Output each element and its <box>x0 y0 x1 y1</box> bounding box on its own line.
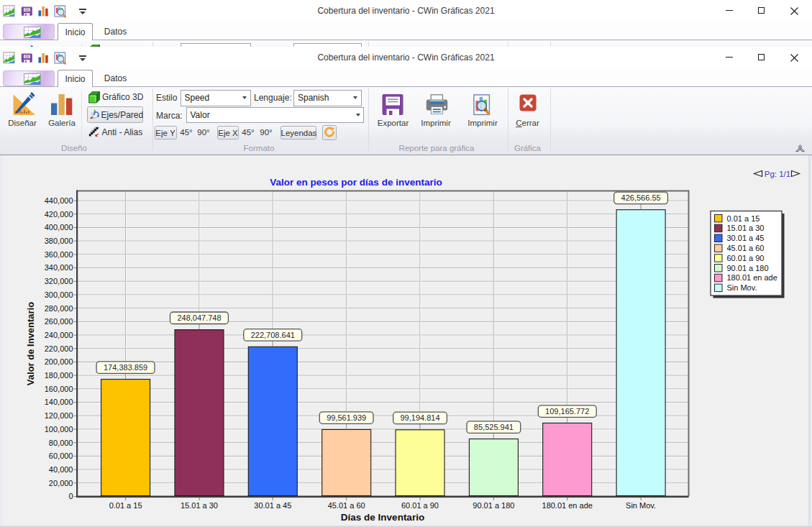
svg-text:20,000: 20,000 <box>49 479 73 487</box>
svg-text:0.01 a 15: 0.01 a 15 <box>109 501 142 510</box>
svg-text:100,000: 100,000 <box>45 425 73 434</box>
svg-text:380,000: 380,000 <box>45 237 73 245</box>
svg-text:280,000: 280,000 <box>45 304 73 313</box>
svg-text:0.01 a 15: 0.01 a 15 <box>727 214 760 223</box>
svg-text:248,047.748: 248,047.748 <box>177 313 221 322</box>
svg-text:15.01 a 30: 15.01 a 30 <box>727 224 765 232</box>
svg-text:Sin Mov.: Sin Mov. <box>626 501 656 510</box>
svg-text:30.01 a 45: 30.01 a 45 <box>254 501 291 510</box>
svg-text:45.01 a 60: 45.01 a 60 <box>328 501 365 510</box>
svg-text:90.01 a 180: 90.01 a 180 <box>727 264 769 272</box>
svg-text:85,525.941: 85,525.941 <box>474 423 514 431</box>
svg-text:180,000: 180,000 <box>45 371 73 380</box>
svg-text:45.01 a 60: 45.01 a 60 <box>727 244 765 252</box>
svg-text:30.01 a 45: 30.01 a 45 <box>727 234 765 242</box>
svg-text:426,566.55: 426,566.55 <box>621 193 661 202</box>
svg-text:260,000: 260,000 <box>45 317 73 326</box>
svg-text:400,000: 400,000 <box>45 223 73 232</box>
svg-text:99,194.814: 99,194.814 <box>400 413 439 422</box>
svg-text:120,000: 120,000 <box>45 411 73 420</box>
svg-text:60,000: 60,000 <box>49 452 73 460</box>
svg-text:80,000: 80,000 <box>49 439 73 447</box>
svg-text:320,000: 320,000 <box>45 277 73 285</box>
svg-text:180.01 en ade: 180.01 en ade <box>542 501 593 510</box>
svg-text:Días de Inventario: Días de Inventario <box>341 512 424 523</box>
svg-text:40,000: 40,000 <box>49 465 73 474</box>
svg-text:60.01 a 90: 60.01 a 90 <box>727 254 765 262</box>
svg-text:222,708.641: 222,708.641 <box>251 331 295 339</box>
svg-text:420,000: 420,000 <box>45 210 73 219</box>
svg-text:99,561.939: 99,561.939 <box>327 413 366 422</box>
svg-text:240,000: 240,000 <box>45 331 73 339</box>
svg-text:180.01 en ade: 180.01 en ade <box>727 273 777 282</box>
svg-text:360,000: 360,000 <box>45 250 73 259</box>
svg-text:Valor de Inventario: Valor de Inventario <box>25 302 36 385</box>
svg-text:Valor en pesos por días de inv: Valor en pesos por días de inventario <box>270 177 442 188</box>
svg-text:340,000: 340,000 <box>45 263 73 272</box>
svg-text:200,000: 200,000 <box>45 357 73 366</box>
svg-text:440,000: 440,000 <box>45 196 73 205</box>
svg-text:Sin Mov.: Sin Mov. <box>727 283 757 292</box>
svg-text:Pg: 1/1: Pg: 1/1 <box>765 170 790 178</box>
svg-text:60.01 a 90: 60.01 a 90 <box>401 501 439 510</box>
svg-text:15.01 a 30: 15.01 a 30 <box>181 501 218 510</box>
svg-text:90.01 a 180: 90.01 a 180 <box>473 501 514 510</box>
svg-text:160,000: 160,000 <box>45 385 73 393</box>
svg-text:174,383.859: 174,383.859 <box>104 363 147 372</box>
svg-text:109,165.772: 109,165.772 <box>545 407 589 416</box>
svg-text:300,000: 300,000 <box>45 290 73 299</box>
svg-text:140,000: 140,000 <box>45 398 73 406</box>
svg-text:220,000: 220,000 <box>45 344 73 353</box>
svg-text:0: 0 <box>68 492 73 500</box>
